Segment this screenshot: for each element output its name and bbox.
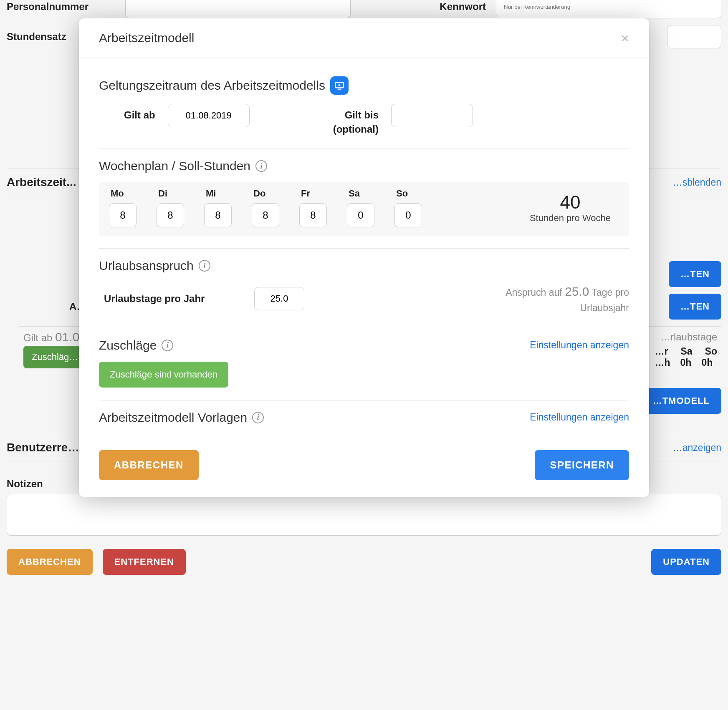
- info-icon[interactable]: i: [255, 160, 267, 172]
- modal-body: Geltungszeitraum des Arbeitszeitmodells …: [79, 58, 649, 440]
- wochen-title: Wochenplan / Soll-Stunden i: [99, 159, 267, 173]
- week-total: 40 Stunden pro Woche: [530, 192, 619, 224]
- close-icon[interactable]: ×: [621, 31, 629, 45]
- urlaub-label: Urlaubstage pro Jahr: [104, 293, 254, 305]
- gilt-ab-input[interactable]: [168, 104, 250, 127]
- week-plan: Mo Di Mi Do: [99, 182, 629, 236]
- day-fr-input[interactable]: [299, 203, 327, 227]
- day-mi: Mi: [204, 188, 248, 227]
- urlaub-title: Urlaubsanspruch i: [99, 259, 210, 273]
- section-wochenplan: Wochenplan / Soll-Stunden i Mo Di Mi: [99, 149, 629, 248]
- day-di: Di: [157, 188, 200, 227]
- urlaub-input[interactable]: [254, 287, 304, 310]
- geltung-title: Geltungszeitraum des Arbeitszeitmodells: [99, 76, 349, 95]
- gilt-bis-label: Gilt bis (optional): [333, 104, 379, 136]
- day-so-input[interactable]: [394, 203, 422, 227]
- info-icon[interactable]: i: [199, 260, 210, 272]
- section-zuschlage: Zuschläge i Einstellungen anzeigen Zusch…: [99, 328, 629, 400]
- modal-overlay: Arbeitszeitmodell × Geltungszeitraum des…: [0, 0, 728, 710]
- day-mo: Mo: [109, 188, 152, 227]
- day-mo-input[interactable]: [109, 203, 136, 227]
- info-icon[interactable]: i: [162, 340, 173, 351]
- info-icon[interactable]: i: [252, 412, 264, 423]
- modal-header: Arbeitszeitmodell ×: [79, 18, 649, 58]
- play-video-icon[interactable]: [330, 76, 349, 95]
- day-mi-input[interactable]: [204, 203, 232, 227]
- day-fr: Fr: [299, 188, 343, 227]
- section-vorlagen: Arbeitszeitmodell Vorlagen i Einstellung…: [99, 400, 629, 440]
- cancel-button[interactable]: ABBRECHEN: [99, 450, 199, 480]
- vorlagen-title: Arbeitszeitmodell Vorlagen i: [99, 410, 264, 425]
- gilt-ab-label: Gilt ab: [124, 104, 155, 122]
- zuschlage-present-pill: Zuschläge sind vorhanden: [99, 362, 228, 388]
- zuschlage-title: Zuschläge i: [99, 338, 173, 352]
- day-sa: Sa: [347, 188, 390, 227]
- day-sa-input[interactable]: [347, 203, 374, 227]
- section-urlaub: Urlaubsanspruch i Urlaubstage pro Jahr A…: [99, 248, 629, 328]
- day-do: Do: [252, 188, 295, 227]
- modal-footer: ABBRECHEN SPEICHERN: [79, 440, 649, 497]
- section-geltungszeitraum: Geltungszeitraum des Arbeitszeitmodells …: [99, 66, 629, 149]
- save-button[interactable]: SPEICHERN: [535, 450, 629, 480]
- zuschlage-settings-link[interactable]: Einstellungen anzeigen: [530, 340, 629, 351]
- day-di-input[interactable]: [157, 203, 184, 227]
- urlaub-summary: Anspruch auf 25.0 Tage pro Urlaubsjahr: [487, 282, 629, 315]
- day-do-input[interactable]: [252, 203, 279, 227]
- vorlagen-settings-link[interactable]: Einstellungen anzeigen: [530, 412, 629, 423]
- modal-title: Arbeitszeitmodell: [99, 31, 194, 45]
- day-so: So: [394, 188, 438, 227]
- arbeitszeitmodell-modal: Arbeitszeitmodell × Geltungszeitraum des…: [79, 18, 649, 497]
- gilt-bis-input[interactable]: [391, 104, 473, 127]
